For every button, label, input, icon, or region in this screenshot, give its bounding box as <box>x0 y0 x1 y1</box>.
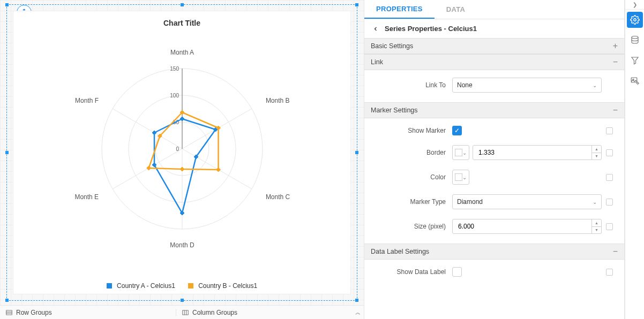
svg-marker-31 <box>180 167 184 171</box>
svg-marker-32 <box>146 166 151 170</box>
show-marker-label: Show Marker <box>372 127 452 134</box>
marker-type-select[interactable]: Diamond ⌄ <box>452 194 602 209</box>
row-groups-label: Row Groups <box>16 309 52 316</box>
legend-swatch-b <box>188 283 193 288</box>
marker-type-label: Marker Type <box>372 198 452 206</box>
rows-icon <box>5 309 13 316</box>
override-checkbox[interactable] <box>606 127 613 134</box>
section-marker-title: Marker Settings <box>371 107 418 114</box>
override-checkbox[interactable] <box>606 149 613 156</box>
resize-handle-ml[interactable] <box>5 151 9 154</box>
columns-icon <box>182 309 189 316</box>
section-data-label-settings[interactable]: Data Label Settings − <box>364 244 624 260</box>
legend-label-a: Country A - Celcius1 <box>117 282 175 290</box>
border-color-swatch <box>455 149 462 156</box>
rail-data[interactable] <box>627 32 643 48</box>
svg-text:Month B: Month B <box>265 97 289 104</box>
section-basic-settings[interactable]: Basic Settings + <box>364 38 624 54</box>
show-data-label-checkbox[interactable] <box>452 267 462 277</box>
svg-line-8 <box>113 109 182 149</box>
image-gear-icon <box>630 76 640 86</box>
legend-item-b: Country B - Celcius1 <box>188 282 257 290</box>
section-basic-title: Basic Settings <box>371 42 413 50</box>
resize-handle-tr[interactable] <box>355 3 358 6</box>
svg-point-41 <box>632 36 638 39</box>
radar-chart: 050100150Month AMonth BMonth CMonth DMon… <box>19 28 345 280</box>
resize-handle-bm[interactable] <box>181 299 184 302</box>
collapse-groups-icon[interactable]: ︽ <box>352 309 364 316</box>
rail-filter[interactable] <box>627 52 643 69</box>
filter-icon <box>630 56 640 65</box>
panel-tabs: PROPERTIES DATA <box>364 0 624 19</box>
svg-text:Month F: Month F <box>75 97 99 104</box>
back-button[interactable] <box>372 25 379 33</box>
design-canvas[interactable]: Chart Title 050100150Month AMonth BMonth… <box>0 0 364 305</box>
tab-properties[interactable]: PROPERTIES <box>364 0 435 19</box>
database-icon <box>630 35 640 45</box>
marker-color-select[interactable]: ⌄ <box>452 170 469 185</box>
tab-data[interactable]: DATA <box>435 0 477 19</box>
spinner-down[interactable]: ▼ <box>592 226 601 234</box>
spinner-up[interactable]: ▲ <box>592 146 601 153</box>
resize-handle-tl[interactable] <box>5 3 9 6</box>
tool-rail: ❯ <box>625 0 644 319</box>
column-groups-label: Column Groups <box>192 309 237 316</box>
column-groups[interactable]: Column Groups <box>176 309 352 316</box>
expand-icon: + <box>613 42 618 50</box>
svg-text:0: 0 <box>176 146 179 152</box>
link-to-value: None <box>457 81 473 89</box>
section-link-title: Link <box>371 58 383 66</box>
marker-color-swatch <box>455 173 462 181</box>
svg-marker-42 <box>632 57 638 64</box>
resize-handle-tm[interactable] <box>181 3 184 6</box>
chart-surface[interactable]: Chart Title 050100150Month AMonth BMonth… <box>13 11 351 294</box>
resize-handle-bl[interactable] <box>5 299 9 302</box>
section-link[interactable]: Link − <box>364 54 624 70</box>
chevron-down-icon: ⌄ <box>462 174 467 180</box>
svg-text:Month D: Month D <box>170 241 194 249</box>
override-checkbox[interactable] <box>606 174 613 181</box>
collapse-icon: − <box>613 247 618 256</box>
show-marker-checkbox[interactable]: ✓ <box>452 126 462 135</box>
section-data-label-title: Data Label Settings <box>371 248 429 255</box>
rail-image[interactable] <box>627 73 643 89</box>
groups-bar: Row Groups Column Groups ︽ <box>0 305 364 319</box>
chevron-down-icon: ⌄ <box>593 82 597 88</box>
svg-rect-34 <box>6 310 12 314</box>
marker-type-value: Diamond <box>457 198 483 206</box>
breadcrumb: Series Properties - Celcius1 <box>364 19 624 38</box>
chevron-down-icon: ⌄ <box>462 150 467 156</box>
border-color-select[interactable]: ⌄ <box>452 145 469 160</box>
border-width-input[interactable]: ▲ ▼ <box>473 145 602 160</box>
resize-handle-mr[interactable] <box>355 151 358 154</box>
legend-swatch-a <box>107 283 112 288</box>
legend-label-b: Country B - Celcius1 <box>198 282 257 290</box>
rail-collapse[interactable]: ❯ <box>625 0 644 10</box>
override-checkbox[interactable] <box>606 269 613 276</box>
svg-text:100: 100 <box>170 93 179 98</box>
resize-handle-br[interactable] <box>355 299 358 302</box>
row-groups[interactable]: Row Groups <box>0 309 176 316</box>
svg-marker-30 <box>216 168 220 172</box>
size-value[interactable] <box>453 219 591 233</box>
svg-marker-26 <box>152 131 156 135</box>
border-width-value[interactable] <box>473 146 591 160</box>
rail-properties[interactable] <box>627 12 643 28</box>
gear-icon <box>630 15 640 25</box>
svg-marker-21 <box>180 117 184 121</box>
spinner-down[interactable]: ▼ <box>592 153 601 160</box>
link-to-select[interactable]: None ⌄ <box>452 78 602 93</box>
chevron-down-icon: ⌄ <box>593 199 597 205</box>
color-label: Color <box>372 173 452 181</box>
override-checkbox[interactable] <box>606 223 613 230</box>
breadcrumb-title: Series Properties - Celcius1 <box>385 25 477 33</box>
svg-rect-37 <box>183 310 189 314</box>
svg-point-40 <box>633 19 636 21</box>
legend-item-a: Country A - Celcius1 <box>107 282 175 290</box>
override-checkbox[interactable] <box>606 199 613 206</box>
section-marker-settings[interactable]: Marker Settings − <box>364 102 624 118</box>
svg-point-45 <box>636 82 638 84</box>
svg-text:Month A: Month A <box>170 49 193 56</box>
spinner-up[interactable]: ▲ <box>592 219 601 226</box>
size-input[interactable]: ▲ ▼ <box>452 219 602 234</box>
